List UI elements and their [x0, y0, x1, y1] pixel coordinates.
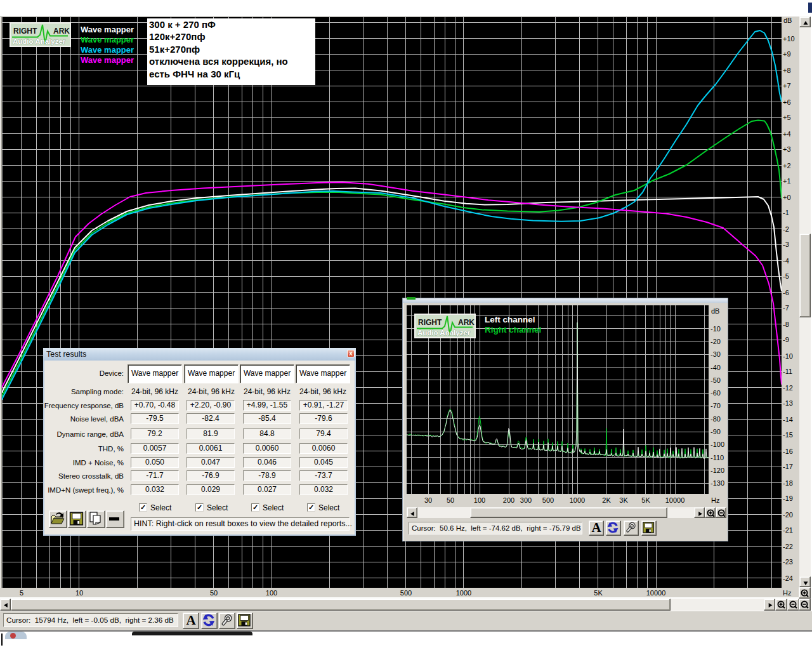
- svg-text:Audio Analyzer: Audio Analyzer: [417, 329, 471, 336]
- svg-text:ARK: ARK: [458, 318, 475, 327]
- svg-text:RIGHT: RIGHT: [418, 318, 442, 327]
